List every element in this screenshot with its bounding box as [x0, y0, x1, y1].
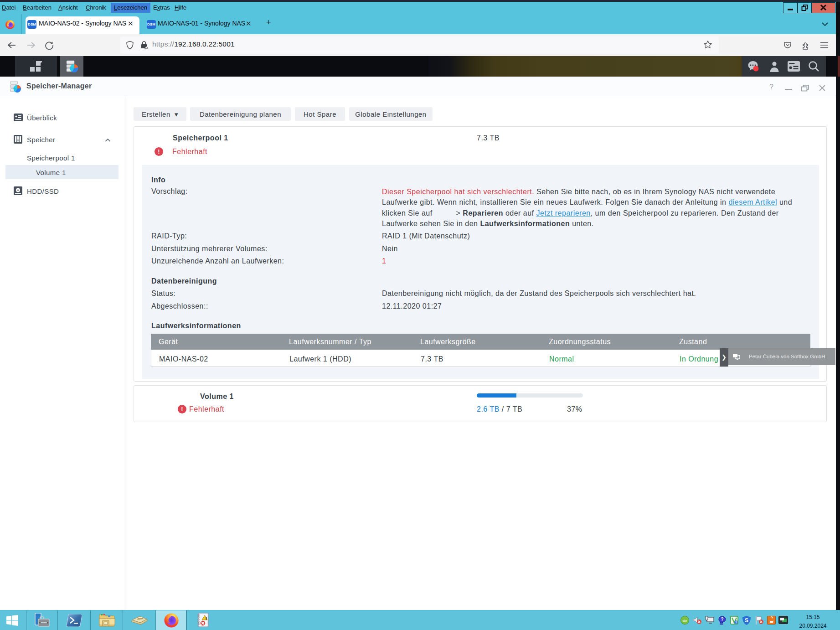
svg-text:S: S — [745, 617, 748, 624]
svg-text:?: ? — [735, 620, 737, 625]
svg-text:?: ? — [721, 617, 723, 622]
svg-text:sbx: sbx — [682, 619, 687, 622]
